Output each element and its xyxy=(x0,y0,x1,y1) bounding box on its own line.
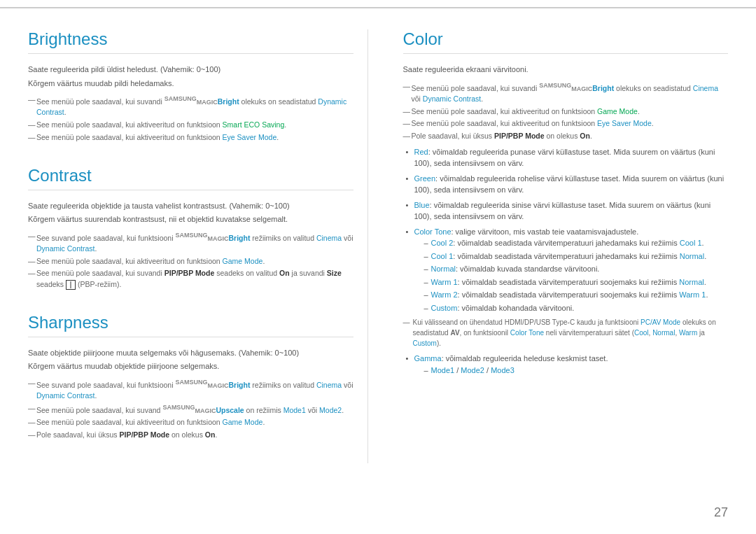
brand-samsung-r1: SAMSUNG xyxy=(539,82,571,89)
custom-label: Custom xyxy=(431,304,458,312)
normal-link-2: Normal xyxy=(679,278,704,286)
brightness-title: Brightness xyxy=(28,29,354,54)
on-bold-2: On xyxy=(205,430,216,439)
normal-link: Normal xyxy=(680,252,704,260)
left-column: Brightness Saate reguleerida pildi üldis… xyxy=(28,29,368,463)
mode1-label: Mode1 xyxy=(431,366,455,374)
brightness-section: Brightness Saate reguleerida pildi üldis… xyxy=(28,29,354,143)
sharpness-section: Sharpness Saate objektide piiirjoone muu… xyxy=(28,313,354,441)
brand-samsung-3: SAMSUNG xyxy=(175,379,207,386)
color-bullet-red: Red: võimaldab reguleerida punase värvi … xyxy=(403,146,729,169)
blue-label: Blue xyxy=(414,201,430,209)
page-container: Brightness Saate reguleerida pildi üldis… xyxy=(0,7,756,491)
sharpness-title: Sharpness xyxy=(28,313,354,337)
sharpness-note-4: Pole saadaval, kui üksus PIP/PBP Mode on… xyxy=(28,430,354,441)
color-desc1: Saate reguleerida ekraani värvitooni. xyxy=(403,64,729,76)
dynamic-contrast-link-3: Dynamic Contrast xyxy=(36,391,94,400)
bright-text-r1: Bright xyxy=(592,83,614,92)
brightness-desc2: Kõrgem väärtus muudab pildi heledamaks. xyxy=(28,78,354,90)
magic-text-4: MAGIC xyxy=(195,407,216,414)
brightness-notes: See menüü pole saadaval, kui suvandi SAM… xyxy=(28,94,354,143)
brightness-desc1: Saate reguleerida pildi üldist heledust.… xyxy=(28,64,354,76)
pbp-icon xyxy=(66,280,76,290)
eye-saver-link-r: Eye Saver Mode xyxy=(597,119,652,127)
magic-text-r1: MAGIC xyxy=(571,85,592,92)
warm2-label: Warm 2 xyxy=(431,290,458,299)
brand-samsung-2: SAMSUNG xyxy=(175,232,207,239)
normal-label: Normal xyxy=(431,265,456,273)
av-text: AV xyxy=(450,329,459,337)
brand-samsung: SAMSUNG xyxy=(164,95,197,102)
game-mode-link: Game Mode xyxy=(223,257,263,265)
normal-link-3: Normal xyxy=(652,329,675,337)
mode3-label: Mode3 xyxy=(491,366,514,374)
cinema-link: Cinema xyxy=(316,233,342,241)
gamma-label: Gamma xyxy=(414,354,442,363)
color-note-1: See menüü pole saadaval, kui suvandi SAM… xyxy=(403,81,729,105)
size-bold: Size xyxy=(327,269,342,277)
sharpness-desc2: Kõrgem väärtus muudab objektide piiirjoo… xyxy=(28,360,354,372)
cool1-link: Cool 1 xyxy=(680,239,702,247)
pip-pbp-bold: PIP/PBP Mode xyxy=(164,269,215,277)
contrast-note-2: See menüü pole saadaval, kui aktiveeritu… xyxy=(28,256,354,267)
smart-eco-link: Smart ECO Saving xyxy=(223,120,285,129)
game-mode-link-2: Game Mode xyxy=(223,418,263,426)
color-note-4: Pole saadaval, kui üksus PIP/PBP Mode on… xyxy=(403,131,729,142)
magic-text-2: MAGIC xyxy=(207,234,228,241)
warm1-label: Warm 1 xyxy=(431,278,458,286)
brightness-note-3: See menüü pole saadaval, kui aktiveeritu… xyxy=(28,132,354,143)
warm-link: Warm xyxy=(679,329,697,337)
dynamic-contrast-link-2: Dynamic Contrast xyxy=(36,244,94,253)
bright-text-3: Bright xyxy=(228,380,250,388)
brightness-note-2: See menüü pole saadaval, kui aktiveeritu… xyxy=(28,120,354,131)
contrast-desc2: Kõrgem väärtus suurendab kontrastsust, n… xyxy=(28,213,354,225)
color-bullet-colortone: Color Tone: valige värvitoon, mis vastab… xyxy=(403,226,729,314)
on-bold: On xyxy=(279,269,290,277)
bright-text-2: Bright xyxy=(228,233,250,241)
pip-pbp-bold-2: PIP/PBP Mode xyxy=(119,430,169,439)
color-title: Color xyxy=(403,29,729,54)
sub-cool2: Cool 2: võimaldab seadistada värvitemper… xyxy=(414,237,729,249)
sharpness-note-3: See menüü pole saadaval, kui aktiveeritu… xyxy=(28,417,354,428)
contrast-note-3: See menüü pole saadaval, kui suvandi PIP… xyxy=(28,268,354,290)
sub-cool1: Cool 1: võimaldab seadistada värvitemper… xyxy=(414,251,729,262)
mode1-link: Mode1 xyxy=(284,405,306,414)
page-number: 27 xyxy=(714,505,728,520)
custom-link: Custom xyxy=(413,339,437,347)
color-bullet-gamma: Gamma: võimaldab reguleerida heleduse ke… xyxy=(403,353,729,376)
contrast-notes: See suvand pole saadaval, kui funktsioon… xyxy=(28,231,354,290)
cool2-label: Cool 2 xyxy=(431,239,454,247)
pc-av-mode-link: PC/AV Mode xyxy=(640,318,680,326)
magic-text-3: MAGIC xyxy=(207,381,228,388)
upscale-text: Upscale xyxy=(216,405,244,414)
sharpness-note-1: See suvand pole saadaval, kui funktsioon… xyxy=(28,378,354,402)
sharpness-note-2: See menüü pole saadaval, kui suvand SAMS… xyxy=(28,403,354,416)
color-section: Color Saate reguleerida ekraani värvitoo… xyxy=(403,29,729,376)
right-column: Color Saate reguleerida ekraani värvitoo… xyxy=(396,29,729,463)
color-bullets: Red: võimaldab reguleerida punase värvi … xyxy=(403,146,729,377)
brightness-note-1: See menüü pole saadaval, kui suvandi SAM… xyxy=(28,94,354,118)
dynamic-contrast-link-r: Dynamic Contrast xyxy=(423,94,481,103)
warm1-link: Warm 1 xyxy=(679,290,706,299)
green-label: Green xyxy=(414,174,436,183)
color-note-3: See menüü pole saadaval, kui aktiveeritu… xyxy=(403,118,729,129)
magic-text: MAGIC xyxy=(197,99,218,106)
contrast-title: Contrast xyxy=(28,166,354,190)
on-bold-r: On xyxy=(580,132,590,140)
sharpness-desc1: Saate objektide piiirjoone muuta selgema… xyxy=(28,347,354,359)
cinema-link-r: Cinema xyxy=(693,83,718,92)
pip-pbp-bold-r: PIP/PBP Mode xyxy=(494,132,545,140)
color-note-2: See menüü pole saadaval, kui aktiveeritu… xyxy=(403,106,729,118)
cool-link: Cool xyxy=(634,329,649,337)
color-bullet-green: Green: võimaldab reguleerida rohelise vä… xyxy=(403,173,729,196)
eye-saver-link: Eye Saver Mode xyxy=(223,133,277,141)
cinema-link-2: Cinema xyxy=(316,380,342,388)
color-tone-link: Color Tone xyxy=(510,329,544,337)
cool1-label: Cool 1 xyxy=(431,252,454,260)
bright-text: Bright xyxy=(218,97,239,106)
sub-custom: Custom: võimaldab kohandada värvitooni. xyxy=(414,302,729,314)
red-label: Red xyxy=(414,148,428,156)
colortone-label: Color Tone xyxy=(414,227,451,236)
sharpness-notes: See suvand pole saadaval, kui funktsioon… xyxy=(28,378,354,441)
color-notes: See menüü pole saadaval, kui suvandi SAM… xyxy=(403,81,729,142)
